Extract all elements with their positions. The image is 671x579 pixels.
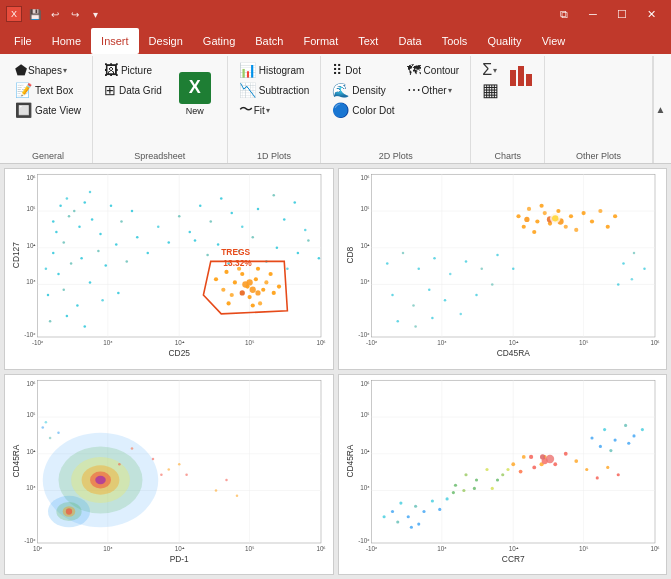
menu-insert[interactable]: Insert xyxy=(91,28,139,54)
textbox-icon: 📝 xyxy=(15,82,32,98)
chartgrid-btn[interactable]: ▦ xyxy=(477,80,504,100)
svg-point-82 xyxy=(256,267,260,271)
dot-btn[interactable]: ⠿ Dot xyxy=(327,60,399,80)
ribbon-scroll-up[interactable]: ▲ xyxy=(653,56,667,163)
svg-point-28 xyxy=(45,267,48,270)
svg-point-143 xyxy=(448,273,451,276)
svg-text:-10²: -10² xyxy=(358,331,369,338)
contour-icon: 🗺 xyxy=(407,62,421,78)
barchart-icon xyxy=(506,60,538,92)
svg-point-54 xyxy=(257,208,260,211)
plot-cd8-cd45ra[interactable]: CD45RA CD8 -10² 10³ 10⁴ 10⁵ 10⁶ -10² 10³… xyxy=(338,168,668,370)
svg-point-252 xyxy=(563,451,567,455)
plot-cd45ra-ccr7[interactable]: CCR7 CD45RA -10² 10³ 10⁴ 10⁵ 10⁶ -10² 10… xyxy=(338,374,668,576)
svg-point-234 xyxy=(382,515,385,518)
svg-point-195 xyxy=(178,462,181,465)
otherplots-group-label: Other Plots xyxy=(551,149,646,163)
svg-point-136 xyxy=(613,214,617,218)
histogram-icon: 📊 xyxy=(239,62,256,78)
colordot-btn[interactable]: 🔵 Color Dot xyxy=(327,100,399,120)
redo-quick-btn[interactable]: ↪ xyxy=(66,5,84,23)
svg-point-156 xyxy=(414,325,417,328)
histogram-btn[interactable]: 📊 Histogram xyxy=(234,60,315,80)
svg-point-256 xyxy=(540,454,545,459)
svg-point-27 xyxy=(80,257,83,260)
fit-btn[interactable]: 〜 Fit ▾ xyxy=(234,100,315,120)
gateview-btn[interactable]: 🔲 Gate View xyxy=(10,100,86,120)
charts-col: Σ ▾ ▦ xyxy=(477,60,504,100)
svg-text:10⁵: 10⁵ xyxy=(245,339,255,346)
textbox-btn[interactable]: 📝 Text Box xyxy=(10,80,86,100)
svg-point-35 xyxy=(146,252,149,255)
restore-window-btn[interactable]: ⧉ xyxy=(550,3,578,25)
menu-text[interactable]: Text xyxy=(348,28,388,54)
picture-btn[interactable]: 🖼 Picture xyxy=(99,60,167,80)
svg-point-205 xyxy=(236,494,239,497)
minimize-btn[interactable]: ─ xyxy=(579,3,607,25)
menu-quality[interactable]: Quality xyxy=(477,28,531,54)
svg-point-236 xyxy=(453,483,456,486)
menu-tools[interactable]: Tools xyxy=(432,28,478,54)
datagrid-btn[interactable]: ⊞ Data Grid xyxy=(99,80,167,100)
plot-cd127-cd25[interactable]: TREGS 13.32% CD25 CD127 -10² 10³ 10⁴ 10⁵… xyxy=(4,168,334,370)
svg-point-267 xyxy=(595,476,598,479)
menu-bar: File Home Insert Design Gating Batch For… xyxy=(0,28,671,54)
svg-point-192 xyxy=(152,457,155,460)
svg-point-19 xyxy=(62,241,65,244)
svg-point-92 xyxy=(240,290,245,295)
undo-quick-btn[interactable]: ↩ xyxy=(46,5,64,23)
svg-point-145 xyxy=(480,267,483,270)
close-btn[interactable]: ✕ xyxy=(637,3,665,25)
sum-btn[interactable]: Σ ▾ xyxy=(477,60,504,80)
svg-text:CD45RA: CD45RA xyxy=(11,444,21,477)
other-btn[interactable]: ⋯ Other ▾ xyxy=(402,80,465,100)
svg-point-240 xyxy=(495,478,498,481)
svg-point-157 xyxy=(431,317,434,320)
subtraction-icon: 📉 xyxy=(239,82,256,98)
menu-data[interactable]: Data xyxy=(388,28,431,54)
customize-quick-btn[interactable]: ▾ xyxy=(86,5,104,23)
svg-text:10⁶: 10⁶ xyxy=(26,174,36,181)
svg-point-253 xyxy=(574,459,578,463)
svg-text:10⁵: 10⁵ xyxy=(579,545,589,552)
menu-home[interactable]: Home xyxy=(42,28,91,54)
svg-point-242 xyxy=(472,486,475,489)
new-btn[interactable]: X New xyxy=(169,60,221,128)
svg-point-33 xyxy=(125,260,128,263)
contour-btn[interactable]: 🗺 Contour xyxy=(402,60,465,80)
svg-text:10³: 10³ xyxy=(360,484,369,491)
gateview-icon: 🔲 xyxy=(15,102,32,118)
plot-cd45ra-pd1[interactable]: PD-1 CD45RA 10² 10³ 10⁴ 10⁵ 10⁶ -10² 10³… xyxy=(4,374,334,576)
svg-text:-10²: -10² xyxy=(358,537,369,544)
density-btn[interactable]: 🌊 Density xyxy=(327,80,399,100)
svg-point-51 xyxy=(220,197,223,200)
svg-text:10³: 10³ xyxy=(437,339,446,346)
svg-point-262 xyxy=(640,428,643,431)
svg-point-61 xyxy=(217,243,220,246)
menu-view[interactable]: View xyxy=(532,28,576,54)
menu-batch[interactable]: Batch xyxy=(245,28,293,54)
svg-point-233 xyxy=(409,525,412,528)
datagrid-icon: ⊞ xyxy=(104,82,116,98)
maximize-btn[interactable]: ☐ xyxy=(608,3,636,25)
svg-text:10³: 10³ xyxy=(103,545,112,552)
menu-file[interactable]: File xyxy=(4,28,42,54)
svg-point-130 xyxy=(524,217,529,222)
svg-point-263 xyxy=(598,444,601,447)
svg-point-203 xyxy=(215,489,218,492)
svg-point-245 xyxy=(521,455,525,459)
svg-point-126 xyxy=(539,204,543,208)
svg-point-40 xyxy=(47,294,50,297)
menu-format[interactable]: Format xyxy=(293,28,348,54)
save-quick-btn[interactable]: 💾 xyxy=(26,5,44,23)
shapes-btn[interactable]: ⬟ Shapes ▾ xyxy=(10,60,86,80)
svg-text:10³: 10³ xyxy=(360,279,369,286)
svg-point-230 xyxy=(430,499,433,502)
svg-text:10⁴: 10⁴ xyxy=(360,242,370,249)
svg-point-10 xyxy=(52,220,55,223)
menu-design[interactable]: Design xyxy=(139,28,193,54)
svg-point-20 xyxy=(99,233,102,236)
menu-gating[interactable]: Gating xyxy=(193,28,245,54)
subtraction-btn[interactable]: 📉 Subtraction xyxy=(234,80,315,100)
svg-point-248 xyxy=(553,462,557,466)
